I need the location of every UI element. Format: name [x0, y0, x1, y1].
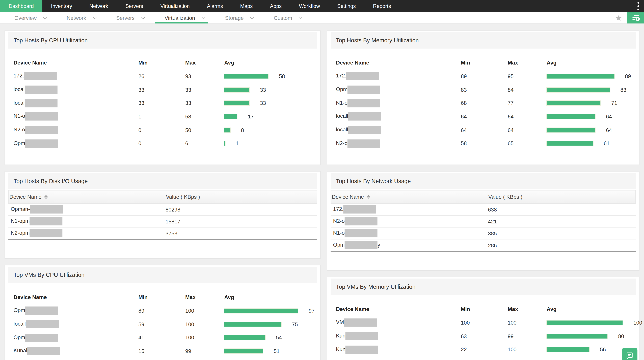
- subnav-item-network[interactable]: Network: [57, 12, 99, 24]
- avg-value: 83: [620, 87, 626, 93]
- device-name-text: locall: [336, 113, 348, 119]
- table-row[interactable]: Opm838483: [336, 83, 630, 96]
- value-kbps: 421: [488, 218, 636, 224]
- table-row[interactable]: N2-o0508: [14, 123, 312, 137]
- device-name[interactable]: locall: [14, 320, 138, 328]
- value-kbps: 638: [488, 206, 636, 213]
- topnav-tab-alarms[interactable]: Alarms: [198, 0, 232, 12]
- device-name[interactable]: Opmy: [330, 241, 488, 249]
- subnav-item-storage[interactable]: Storage: [215, 12, 256, 24]
- topnav-tab-dashboard[interactable]: Dashboard: [0, 0, 42, 12]
- min-value: 59: [138, 321, 185, 327]
- topnav-tab-network[interactable]: Network: [81, 0, 117, 12]
- device-name[interactable]: Kun: [336, 345, 461, 354]
- device-name[interactable]: 172.: [330, 205, 488, 214]
- widget-top-vms-cpu: Top VMs By CPU UtilizationDevice NameMin…: [4, 265, 321, 360]
- widget-title-band: Top VMs By CPU Utilization: [8, 267, 317, 283]
- table-row[interactable]: locall646464: [336, 123, 630, 137]
- widget-title: Top Hosts By Disk I/O Usage: [14, 178, 88, 184]
- table-row[interactable]: 172.899589: [336, 70, 630, 83]
- min-value: 15: [138, 348, 185, 354]
- device-name[interactable]: VM: [336, 318, 461, 327]
- topnav-tab-label: Alarms: [207, 3, 223, 9]
- device-name[interactable]: N1-o: [14, 113, 138, 121]
- avg-bar: [547, 320, 623, 325]
- subnav-item-overview[interactable]: Overview: [4, 12, 49, 24]
- device-name[interactable]: Opman-: [8, 205, 166, 214]
- topnav-tab-workflow[interactable]: Workflow: [290, 0, 328, 12]
- widget-title-band: Top Hosts By Disk I/O Usage: [8, 173, 317, 189]
- sort-arrows-icon[interactable]: [367, 195, 370, 199]
- device-name[interactable]: Kunal: [14, 347, 138, 355]
- sort-arrows-icon[interactable]: [44, 195, 48, 199]
- device-name[interactable]: Opm: [14, 333, 138, 342]
- topnav-tab-reports[interactable]: Reports: [364, 0, 400, 12]
- table-row[interactable]: Kunal159951: [14, 344, 312, 358]
- table-row[interactable]: 172.638: [330, 204, 636, 216]
- subnav-item-custom[interactable]: Custom: [264, 12, 305, 24]
- topnav-tab-apps[interactable]: Apps: [261, 0, 290, 12]
- table-row[interactable]: Opm8910097: [14, 304, 312, 317]
- table-row[interactable]: locall646464: [336, 110, 630, 123]
- table-row[interactable]: Opm061: [14, 137, 312, 150]
- kebab-menu-icon[interactable]: [636, 1, 640, 11]
- topnav-tab-maps[interactable]: Maps: [232, 0, 262, 12]
- table-row[interactable]: N2-o421: [330, 216, 636, 228]
- device-name[interactable]: N2-o: [330, 217, 488, 226]
- device-name[interactable]: Kun: [336, 332, 461, 340]
- device-name[interactable]: N2-opm: [8, 229, 166, 237]
- topnav-tab-settings[interactable]: Settings: [328, 0, 364, 12]
- device-name[interactable]: N2-o: [14, 126, 138, 134]
- device-name[interactable]: N2-o: [336, 139, 461, 148]
- add-widget-button[interactable]: [627, 12, 644, 24]
- column-header-device-name[interactable]: Device Name: [331, 194, 488, 200]
- device-name[interactable]: local: [14, 99, 138, 107]
- device-name[interactable]: 172.: [336, 72, 461, 80]
- table-row[interactable]: Opm4110054: [14, 331, 312, 344]
- column-header-device-name[interactable]: Device Name: [8, 194, 166, 200]
- device-name[interactable]: N1-opm: [8, 217, 166, 226]
- table-row[interactable]: N2-opm3753: [8, 228, 317, 239]
- device-name[interactable]: local: [14, 86, 138, 94]
- max-value: 64: [508, 114, 547, 120]
- device-name[interactable]: Opm: [336, 86, 461, 94]
- chat-feedback-icon: [625, 351, 634, 360]
- min-value: 33: [138, 87, 185, 93]
- subnav-item-servers[interactable]: Servers: [106, 12, 147, 24]
- device-name[interactable]: Opm: [14, 139, 138, 148]
- topnav-tab-virtualization[interactable]: Virtualization: [152, 0, 198, 12]
- table-row[interactable]: local333333: [14, 96, 312, 110]
- table-row[interactable]: Kun2210056: [336, 343, 630, 356]
- topnav-tab-label: Servers: [126, 3, 143, 9]
- table-row[interactable]: N2-o586561: [336, 137, 630, 150]
- device-name[interactable]: locall: [336, 113, 461, 121]
- device-name[interactable]: N1-o: [330, 229, 488, 237]
- table-row[interactable]: N1-o687771: [336, 96, 630, 110]
- table-row[interactable]: N1-o385: [330, 228, 636, 239]
- table-row[interactable]: Kun639980: [336, 329, 630, 343]
- max-value: 99: [508, 333, 547, 339]
- device-name[interactable]: 172.: [14, 72, 138, 80]
- table-row[interactable]: N1-opm15817: [8, 216, 317, 228]
- topnav-tab-label: Virtualization: [160, 3, 190, 9]
- table-row[interactable]: VM100100100: [336, 316, 630, 329]
- table-row[interactable]: Opmy286: [330, 239, 636, 251]
- table-row[interactable]: 172.269358: [14, 70, 312, 83]
- table-row[interactable]: local333333: [14, 83, 312, 96]
- device-name[interactable]: N1-o: [336, 99, 461, 107]
- avg-value: 61: [604, 140, 610, 147]
- favorite-star-icon[interactable]: [615, 14, 622, 21]
- avg-bar: [547, 128, 595, 132]
- device-name[interactable]: Opm: [14, 307, 138, 315]
- feedback-chat-button[interactable]: [622, 348, 638, 360]
- redacted-name-block: [348, 139, 380, 148]
- table-row[interactable]: N1-o15817: [14, 110, 312, 123]
- device-name[interactable]: locall: [336, 126, 461, 134]
- avg-bar: [547, 334, 608, 338]
- table-row[interactable]: Opman-80298: [8, 204, 317, 216]
- topnav-tab-inventory[interactable]: Inventory: [42, 0, 81, 12]
- table-row[interactable]: locall5910075: [14, 317, 312, 331]
- min-value: 0: [138, 140, 185, 147]
- subnav-item-virtualization[interactable]: Virtualization: [155, 12, 208, 24]
- topnav-tab-servers[interactable]: Servers: [117, 0, 152, 12]
